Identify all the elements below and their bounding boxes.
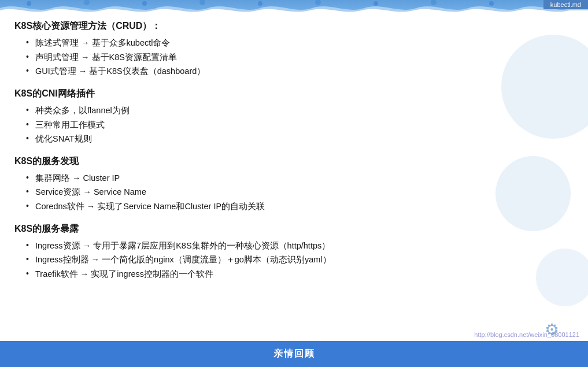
list-item: 集群网络 → Cluster IP	[26, 171, 467, 186]
bottom-bar: 亲情回顾	[0, 341, 588, 367]
decorative-circle-medium	[495, 156, 571, 231]
section-crud-title: K8S核心资源管理方法（CRUD）：	[14, 20, 467, 32]
section-service-discovery-list: 集群网络 → Cluster IP Service资源 → Service Na…	[14, 171, 467, 214]
section-crud: K8S核心资源管理方法（CRUD）： 陈述式管理 → 基于众多kubectl命令…	[14, 20, 467, 79]
svg-point-2	[142, 1, 147, 6]
decorative-circle-small	[536, 249, 588, 306]
list-item: Coredns软件 → 实现了Service Name和Cluster IP的自…	[26, 199, 467, 214]
list-item: Ingress控制器 → 一个简化版的nginx（调度流量）＋go脚本（动态识别…	[26, 253, 467, 267]
svg-point-4	[258, 1, 262, 6]
list-item: GUI式管理 → 基于K8S仪表盘（dashboard）	[26, 64, 467, 79]
section-service-discovery-title: K8S的服务发现	[14, 155, 467, 168]
section-service-discovery: K8S的服务发现 集群网络 → Cluster IP Service资源 → S…	[14, 155, 467, 214]
svg-point-8	[489, 1, 494, 6]
section-crud-list: 陈述式管理 → 基于众多kubectl命令 声明式管理 → 基于K8S资源配置清…	[14, 36, 467, 79]
section-service-expose-list: Ingress资源 → 专用于暴露7层应用到K8S集群外的一种核心资源（http…	[14, 239, 467, 281]
section-service-expose-title: K8S的服务暴露	[14, 223, 467, 235]
section-cni: K8S的CNI网络插件 种类众多，以flannel为例 三种常用工作模式 优化S…	[14, 88, 467, 146]
top-label: kubectl.md	[543, 0, 588, 9]
list-item: Traefik软件 → 实现了ingress控制器的一个软件	[26, 267, 467, 281]
watermark: http://blog.csdn.net/weixin_38001121	[474, 331, 579, 338]
list-item: 优化SNAT规则	[26, 132, 467, 146]
decorative-circle-large	[501, 35, 588, 139]
section-cni-title: K8S的CNI网络插件	[14, 88, 467, 100]
list-item: 声明式管理 → 基于K8S资源配置清单	[26, 50, 467, 65]
gear-icon: ⚙	[545, 320, 559, 339]
list-item: 陈述式管理 → 基于众多kubectl命令	[26, 36, 467, 50]
list-item: 三种常用工作模式	[26, 118, 467, 132]
list-item: 种类众多，以flannel为例	[26, 103, 467, 118]
svg-point-6	[373, 1, 378, 6]
svg-point-0	[27, 1, 31, 6]
slide-container: kubectl.md K8S核心资源管理方法（CRUD）： 陈述式管理 → 基于…	[0, 0, 588, 367]
list-item: Service资源 → Service Name	[26, 185, 467, 199]
wave-decoration	[0, 0, 588, 16]
list-item: Ingress资源 → 专用于暴露7层应用到K8S集群外的一种核心资源（http…	[26, 239, 467, 253]
main-content: K8S核心资源管理方法（CRUD）： 陈述式管理 → 基于众多kubectl命令…	[9, 17, 472, 338]
bottom-text: 亲情回顾	[273, 348, 315, 360]
section-cni-list: 种类众多，以flannel为例 三种常用工作模式 优化SNAT规则	[14, 103, 467, 146]
section-service-expose: K8S的服务暴露 Ingress资源 → 专用于暴露7层应用到K8S集群外的一种…	[14, 223, 467, 281]
